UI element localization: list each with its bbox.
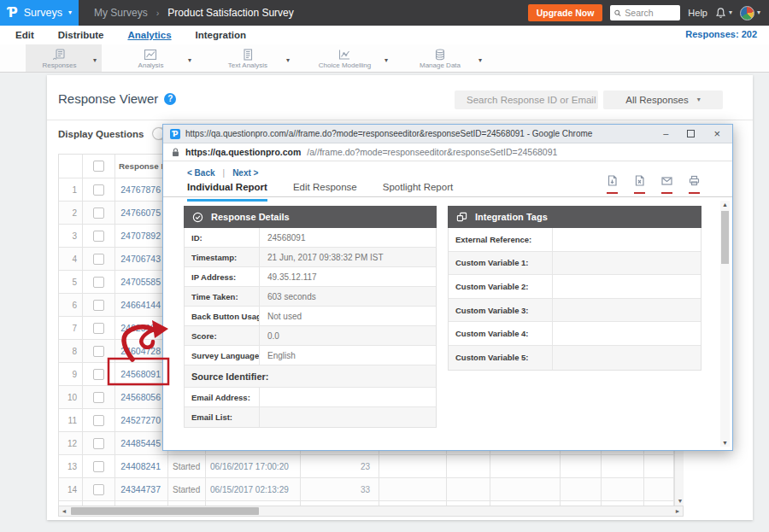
tab-spotlight-report[interactable]: Spotlight Report <box>383 182 453 202</box>
chevron-down-icon: ▾ <box>697 96 701 103</box>
response-search-input[interactable] <box>467 95 598 105</box>
print-button[interactable] <box>689 174 700 194</box>
window-content: < Back | Next > Individual Report Edit R… <box>163 161 732 450</box>
url-bar[interactable]: https://qa.questionpro.com/a//frame.do?m… <box>163 143 732 161</box>
detail-row: Custom Variable 1: <box>449 252 701 276</box>
chevron-down-icon[interactable]: ▾ <box>93 56 102 64</box>
tab-distribute[interactable]: Distribute <box>58 30 104 40</box>
ribbon-responses[interactable]: Responses ▾ <box>26 44 102 72</box>
window-titlebar[interactable]: Ƥ https://qa.questionpro.com/a//frame.do… <box>163 125 732 143</box>
response-id-link[interactable]: 24706743 <box>115 248 168 271</box>
ribbon-label: Manage Data <box>420 61 461 69</box>
avatar <box>740 6 754 20</box>
table-horizontal-scrollbar[interactable]: ◄ ► <box>58 506 684 517</box>
response-id-link[interactable]: 24766075 <box>115 202 168 225</box>
email-button[interactable] <box>661 174 672 194</box>
response-details-rows: ID:24568091Timestamp:21 Jun, 2017 09:38:… <box>184 228 437 428</box>
response-id-link[interactable]: 24344737 <box>115 478 168 501</box>
scroll-left-icon[interactable]: ◄ <box>59 506 69 516</box>
detail-label: Email Address: <box>185 388 260 406</box>
responses-count-badge[interactable]: Responses: 202 <box>685 29 757 39</box>
response-id-link[interactable]: 24664144 <box>115 294 168 317</box>
header-response-id[interactable]: Response ID ▲ <box>115 155 168 178</box>
response-id-link[interactable]: 24705585 <box>115 271 168 294</box>
row-checkbox[interactable] <box>93 346 104 357</box>
response-id-link[interactable]: 24767876 <box>115 178 168 202</box>
row-checkbox[interactable] <box>93 484 104 495</box>
back-link[interactable]: < Back <box>187 168 215 178</box>
response-id-link[interactable]: 24604728 <box>115 340 168 363</box>
detail-label: Time Taken: <box>185 287 260 306</box>
ribbon-manage-data[interactable]: Manage Data ▾ <box>402 44 487 72</box>
tab-edit[interactable]: Edit <box>15 30 34 40</box>
breadcrumb: My Surveys › Product Satisfaction Survey <box>94 7 294 19</box>
scroll-down-icon[interactable]: ▼ <box>720 440 730 446</box>
response-id-link[interactable]: 24568091 <box>115 363 168 386</box>
row-checkbox[interactable] <box>93 415 104 426</box>
breadcrumb-my-surveys[interactable]: My Surveys <box>94 7 148 19</box>
row-checkbox[interactable] <box>93 323 104 334</box>
response-id-link[interactable]: 24707892 <box>115 225 168 248</box>
next-link[interactable]: Next > <box>232 168 258 178</box>
tab-edit-response[interactable]: Edit Response <box>293 182 357 202</box>
export-pdf-button[interactable] <box>607 174 618 194</box>
product-menu[interactable]: Ƥ Surveys ▾ <box>0 0 79 26</box>
scroll-up-icon[interactable]: ▲ <box>720 202 730 208</box>
row-checkbox[interactable] <box>93 184 104 196</box>
ribbon-choice-modelling[interactable]: Choice Modelling ▾ <box>305 44 393 72</box>
response-id-link[interactable]: 24527270 <box>115 409 168 432</box>
integration-tags-panel: Integration Tags External Reference:Cust… <box>448 206 701 371</box>
close-button[interactable]: × <box>713 128 720 139</box>
upgrade-now-button[interactable]: Upgrade Now <box>528 4 603 21</box>
scrollbar-thumb[interactable] <box>71 507 259 515</box>
export-excel-button[interactable] <box>634 174 645 194</box>
detail-value: 603 seconds <box>260 292 436 301</box>
row-checkbox[interactable] <box>93 392 104 403</box>
tab-integration[interactable]: Integration <box>196 30 246 40</box>
account-menu[interactable]: ▾ <box>740 6 760 20</box>
tab-analytics[interactable]: Analytics <box>127 30 171 40</box>
maximize-button[interactable] <box>687 130 695 137</box>
chevron-down-icon[interactable]: ▾ <box>188 56 197 64</box>
ribbon-analysis[interactable]: Analysis ▾ <box>114 44 197 72</box>
help-icon[interactable]: ? <box>164 93 176 105</box>
minimize-button[interactable]: – <box>663 129 668 138</box>
scroll-down-icon[interactable]: ▼ <box>675 498 684 504</box>
ribbon-text-analysis[interactable]: Text Analysis ▾ <box>209 44 295 72</box>
notifications-menu[interactable]: ▾ <box>715 7 732 19</box>
table-cell <box>379 478 447 501</box>
row-number: 4 <box>59 248 83 271</box>
response-id-link[interactable]: 24625131 <box>115 317 168 340</box>
scroll-right-icon[interactable]: ► <box>672 506 683 516</box>
chevron-down-icon[interactable]: ▾ <box>286 56 295 64</box>
select-all-checkbox[interactable] <box>93 161 104 172</box>
row-checkbox[interactable] <box>93 277 104 288</box>
row-checkbox[interactable] <box>93 438 104 449</box>
row-checkbox[interactable] <box>93 208 104 219</box>
ribbon-label: Responses <box>42 61 76 69</box>
scrollbar-thumb[interactable] <box>721 211 729 264</box>
search-icon <box>614 9 621 17</box>
global-search-input[interactable] <box>625 8 676 18</box>
response-id-link[interactable]: 24568056 <box>115 386 168 409</box>
detail-label: Custom Variable 2: <box>449 275 553 298</box>
response-id-link[interactable]: 24408241 <box>115 455 168 478</box>
page-title: Response Viewer ? <box>58 91 176 106</box>
row-checkbox[interactable] <box>93 254 104 265</box>
popup-scrollbar[interactable]: ▲ ▼ <box>720 201 730 447</box>
row-checkbox[interactable] <box>93 231 104 242</box>
row-checkbox[interactable] <box>93 369 104 380</box>
questionpro-app: Ƥ Surveys ▾ My Surveys › Product Satisfa… <box>0 0 769 532</box>
report-tabs: Individual Report Edit Response Spotligh… <box>187 182 453 202</box>
detail-row: Email List: <box>185 407 436 427</box>
chevron-down-icon[interactable]: ▾ <box>384 56 393 64</box>
chevron-down-icon[interactable]: ▾ <box>478 56 487 64</box>
checkbox-cell <box>83 202 115 225</box>
response-id-link[interactable]: 24485445 <box>115 432 168 455</box>
checkbox-cell <box>83 178 115 202</box>
help-link[interactable]: Help <box>688 8 707 18</box>
response-filter-dropdown[interactable]: All Responses ▾ <box>603 91 723 109</box>
row-checkbox[interactable] <box>93 461 104 472</box>
row-checkbox[interactable] <box>93 300 104 311</box>
tab-individual-report[interactable]: Individual Report <box>187 182 267 202</box>
